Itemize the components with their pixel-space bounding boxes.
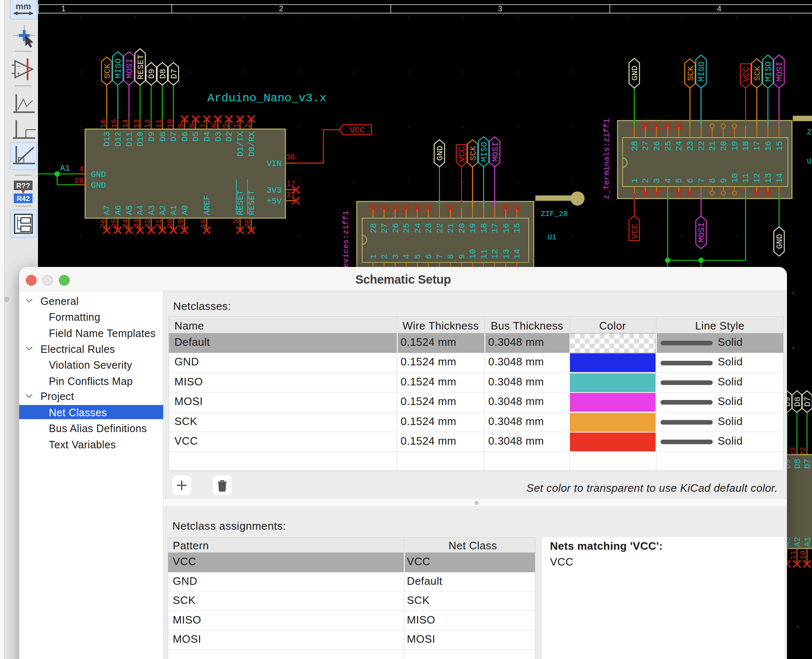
svg-text:A1: A1 [803, 537, 812, 547]
svg-text:Arduino_Nano_v3.x: Arduino_Nano_v3.x [207, 92, 327, 105]
svg-text:GND: GND [775, 234, 784, 249]
svg-text:25: 25 [402, 223, 411, 233]
svg-text:23: 23 [686, 141, 695, 151]
svg-text:15: 15 [775, 141, 784, 151]
svg-text:11: 11 [479, 249, 489, 259]
svg-text:21: 21 [446, 223, 456, 233]
svg-text:SCK: SCK [686, 66, 696, 81]
svg-text:MOSI: MOSI [697, 222, 706, 242]
svg-text:D2: D2 [224, 132, 234, 142]
svg-text:VCC: VCC [457, 147, 467, 162]
svg-text:7: 7 [435, 254, 445, 259]
svg-text:27: 27 [641, 141, 651, 151]
svg-text:10: 10 [730, 173, 740, 183]
svg-text:10: 10 [166, 119, 174, 128]
svg-text:ZIF_28: ZIF_28 [541, 210, 568, 218]
svg-text:A2: A2 [793, 537, 802, 547]
svg-text:18: 18 [741, 141, 751, 151]
svg-text:D5: D5 [191, 132, 201, 142]
svg-text:3V3: 3V3 [267, 186, 282, 195]
svg-text:D7: D7 [169, 132, 179, 142]
svg-text:1: 1 [61, 4, 66, 13]
svg-text:19: 19 [730, 141, 740, 151]
svg-text:28: 28 [369, 223, 378, 233]
svg-text:VCC: VCC [630, 224, 640, 239]
svg-text:D9: D9 [147, 69, 156, 79]
svg-text:7: 7 [199, 123, 208, 128]
svg-text:19: 19 [468, 223, 478, 233]
svg-text:D9: D9 [147, 132, 156, 142]
svg-text:MISO: MISO [479, 142, 489, 162]
svg-text:12: 12 [752, 173, 762, 183]
svg-text:D8: D8 [158, 69, 168, 79]
svg-text:D7: D7 [169, 69, 179, 79]
svg-text:1: 1 [369, 254, 378, 259]
svg-text:RESET: RESET [236, 190, 245, 215]
svg-text:A6: A6 [113, 205, 123, 215]
svg-text:VCC: VCC [350, 126, 365, 135]
svg-text:2: 2 [244, 123, 252, 128]
svg-text:MOSI: MOSI [491, 142, 500, 162]
svg-text:U2: U2 [807, 157, 812, 166]
svg-text:R42: R42 [17, 195, 30, 203]
svg-text:6: 6 [210, 123, 219, 128]
svg-text:D7: D7 [803, 397, 812, 407]
svg-text:GND: GND [91, 170, 106, 179]
svg-text:ZIF_28: ZIF_28 [807, 128, 812, 136]
svg-text:3: 3 [232, 219, 241, 224]
svg-text:22: 22 [697, 141, 706, 151]
svg-text:4: 4 [717, 4, 721, 13]
svg-text:13: 13 [133, 119, 141, 128]
svg-text:z_Terminals:ziff1: z_Terminals:ziff1 [602, 118, 611, 199]
svg-text:15: 15 [110, 119, 119, 128]
svg-text:3: 3 [652, 178, 662, 183]
svg-text:20: 20 [719, 141, 729, 151]
svg-text:D4: D4 [202, 132, 212, 142]
svg-text:11: 11 [789, 551, 797, 560]
svg-text:2: 2 [641, 178, 651, 183]
svg-text:A3: A3 [147, 205, 156, 215]
svg-text:SCK: SCK [469, 146, 478, 161]
svg-text:MOSI: MOSI [125, 58, 134, 78]
svg-text:A4: A4 [136, 205, 145, 215]
svg-text:D12: D12 [113, 132, 123, 147]
svg-text:16: 16 [764, 141, 773, 151]
svg-text:30: 30 [286, 153, 295, 161]
svg-text:8: 8 [446, 254, 456, 259]
svg-text:5: 5 [222, 123, 230, 128]
svg-text:VCC: VCC [741, 67, 751, 82]
svg-text:3: 3 [498, 4, 502, 13]
svg-text:SCK: SCK [103, 63, 112, 78]
svg-text:24: 24 [674, 141, 684, 151]
svg-text:D1/TX: D1/TX [236, 132, 245, 157]
svg-text:18: 18 [479, 223, 489, 233]
svg-text:10: 10 [468, 249, 478, 259]
svg-text:SCK: SCK [753, 66, 762, 81]
svg-text:R??: R?? [16, 182, 30, 190]
svg-text:6: 6 [424, 254, 434, 259]
svg-text:9: 9 [177, 123, 185, 128]
svg-text:GND: GND [630, 65, 640, 80]
svg-text:U1: U1 [547, 233, 557, 241]
svg-text:13: 13 [764, 173, 773, 183]
svg-text:mm: mm [15, 1, 31, 11]
svg-text:12: 12 [490, 249, 500, 259]
svg-text:12: 12 [144, 119, 152, 128]
svg-text:16: 16 [502, 223, 511, 233]
svg-text:D6: D6 [180, 132, 190, 142]
svg-text:D3: D3 [214, 132, 223, 142]
svg-text:A1: A1 [169, 205, 179, 215]
svg-text:2: 2 [380, 254, 389, 259]
svg-text:MISO: MISO [764, 61, 773, 81]
svg-text:D8: D8 [158, 132, 168, 142]
svg-text:11: 11 [155, 119, 163, 128]
svg-text:MISO: MISO [113, 58, 123, 78]
svg-text:3: 3 [391, 254, 401, 259]
svg-text:22: 22 [435, 223, 445, 233]
svg-text:D8: D8 [793, 397, 802, 407]
svg-text:D7: D7 [803, 459, 812, 469]
svg-text:28: 28 [630, 141, 640, 151]
svg-text:D8: D8 [793, 459, 802, 469]
svg-text:9: 9 [457, 254, 467, 259]
svg-text:1: 1 [232, 123, 241, 128]
